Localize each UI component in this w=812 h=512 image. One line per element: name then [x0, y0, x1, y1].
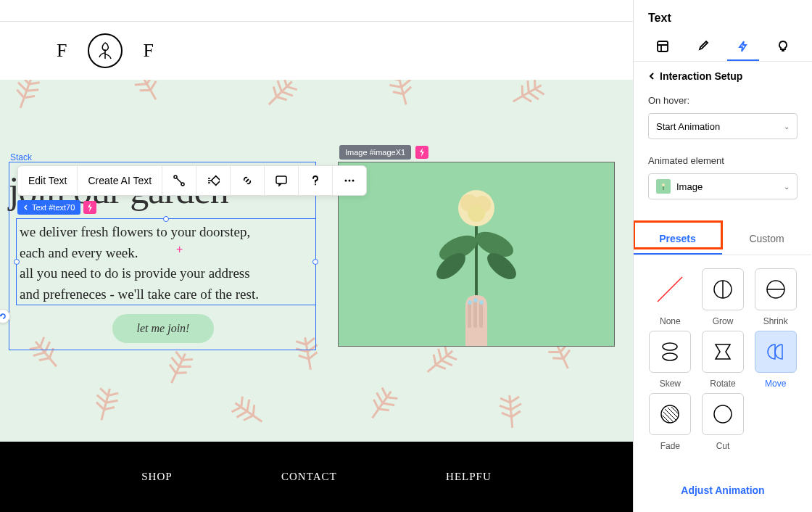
logo-letter-right: F	[143, 40, 154, 62]
skew-icon	[660, 342, 680, 362]
back-button[interactable]: Interaction Setup	[648, 70, 798, 82]
svg-rect-17	[479, 302, 483, 328]
stack-label[interactable]: Stack	[10, 152, 32, 162]
cta-button[interactable]: let me join!	[112, 314, 214, 343]
tab-help[interactable]	[767, 33, 799, 61]
svg-point-1	[181, 183, 184, 186]
leaf-decoration	[498, 80, 554, 121]
chevron-down-icon: ⌄	[784, 183, 790, 191]
lightning-icon	[737, 40, 750, 53]
svg-line-23	[658, 277, 682, 302]
floating-toolbar: Edit Text Create AI Text	[17, 165, 367, 196]
leaf-decoration	[379, 80, 426, 116]
bulb-icon	[776, 40, 790, 53]
animated-element-label: Animated element	[648, 155, 798, 166]
svg-rect-3	[276, 176, 286, 183]
svg-point-28	[663, 343, 677, 350]
svg-rect-2	[211, 176, 220, 186]
interaction-badge-icon[interactable]	[83, 201, 96, 214]
preset-rotate[interactable]: Rotate	[701, 331, 745, 389]
flower-logo-icon	[94, 40, 116, 62]
resize-handle[interactable]	[163, 216, 169, 222]
body-line: we deliver fresh flowers to your doorste…	[20, 222, 312, 243]
tab-interactions[interactable]	[727, 33, 759, 61]
help-icon[interactable]	[299, 166, 333, 195]
leaf-decoration	[251, 80, 307, 123]
body-text-element[interactable]: we deliver fresh flowers to your doorste…	[16, 218, 316, 305]
preset-grow[interactable]: Grow	[701, 268, 745, 326]
element-thumbnail-icon	[656, 179, 671, 194]
animation-icon[interactable]	[196, 166, 231, 195]
connector-icon[interactable]	[162, 166, 196, 195]
preset-skew[interactable]: Skew	[648, 331, 692, 389]
footer-link-contact[interactable]: CONTACT	[281, 471, 337, 483]
svg-rect-21	[658, 41, 668, 51]
image-element-tag[interactable]: Image #imageX1	[339, 145, 428, 160]
svg-point-19	[473, 298, 478, 302]
preset-move[interactable]: Move	[753, 331, 798, 389]
adjust-animation-button[interactable]: Adjust Animation	[634, 474, 812, 506]
preset-none[interactable]: None	[648, 268, 692, 326]
svg-point-20	[479, 300, 484, 305]
svg-point-18	[468, 300, 472, 305]
shrink-icon	[766, 279, 786, 300]
more-icon[interactable]	[333, 166, 366, 195]
logo-letter-left: F	[57, 40, 67, 62]
resize-handle[interactable]	[14, 259, 20, 265]
svg-rect-15	[468, 302, 471, 328]
svg-rect-16	[473, 300, 477, 328]
leaf-decoration	[222, 386, 278, 440]
interaction-badge-icon[interactable]	[415, 146, 428, 159]
chevron-left-icon	[23, 205, 29, 210]
create-ai-text-button[interactable]: Create AI Text	[78, 166, 162, 195]
on-hover-dropdown[interactable]: Start Animation ⌄	[648, 113, 798, 139]
svg-point-29	[663, 353, 677, 360]
leaf-decoration	[82, 381, 128, 432]
tab-layout[interactable]	[647, 33, 679, 61]
edit-text-button[interactable]: Edit Text	[18, 166, 78, 195]
move-icon	[765, 342, 787, 362]
footer: SHOP CONTACT HELPFU	[0, 442, 633, 512]
svg-point-4	[345, 180, 347, 182]
subtab-presets[interactable]: Presets	[633, 224, 722, 255]
svg-point-31	[714, 405, 732, 423]
body-line: and prefreneces - we'll take care of the…	[20, 284, 312, 305]
preset-fade[interactable]: Fade	[648, 393, 692, 451]
dropdown-value: Image	[676, 181, 703, 192]
preset-cut[interactable]: Cut	[701, 393, 745, 451]
leaf-decoration	[491, 390, 531, 437]
tab-style[interactable]	[687, 33, 718, 61]
footer-link-helpful[interactable]: HELPFU	[446, 471, 492, 483]
image-tag-label: Image #imageX1	[339, 145, 411, 160]
animated-element-dropdown[interactable]: Image ⌄	[648, 173, 798, 199]
logo-group: F F	[57, 33, 154, 68]
text-tag-label: Text #text70	[32, 203, 75, 212]
footer-link-shop[interactable]: SHOP	[141, 471, 172, 483]
text-element-tag[interactable]: Text #text70	[17, 200, 96, 215]
grow-icon	[713, 279, 733, 300]
rotate-icon	[713, 342, 733, 362]
dropdown-value: Start Animation	[656, 121, 720, 132]
on-hover-label: On hover:	[648, 95, 798, 106]
layout-icon	[656, 40, 669, 53]
body-line: each and every week.	[20, 243, 312, 264]
subtab-custom[interactable]: Custom	[722, 224, 811, 255]
back-label: Interaction Setup	[660, 70, 742, 82]
svg-point-22	[662, 183, 665, 186]
logo-emblem	[88, 33, 123, 68]
link-icon[interactable]	[231, 166, 265, 195]
resize-handle[interactable]	[312, 259, 318, 265]
chevron-down-icon: ⌄	[784, 123, 790, 131]
preset-shrink[interactable]: Shrink	[753, 268, 798, 326]
svg-point-6	[352, 180, 355, 182]
cut-icon	[713, 404, 733, 424]
flower-hand-image	[389, 162, 563, 346]
insert-cursor-icon: +	[176, 243, 183, 256]
leaf-decoration	[1, 80, 50, 121]
leaf-decoration	[353, 378, 407, 434]
brush-icon	[696, 40, 709, 53]
comment-icon[interactable]	[265, 166, 299, 195]
image-element[interactable]	[338, 162, 615, 347]
panel-title: Text	[648, 12, 798, 25]
fade-icon	[660, 404, 680, 424]
